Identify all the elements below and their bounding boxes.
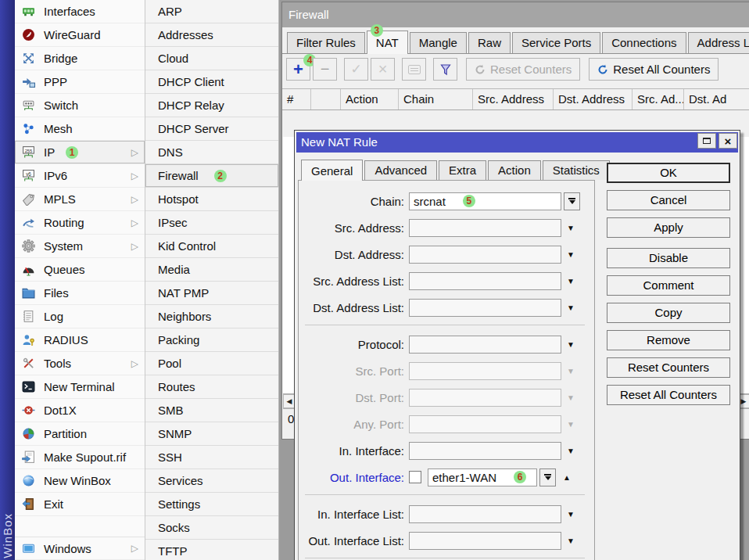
menu-item[interactable]: Make Supout.rif: [15, 446, 145, 469]
submenu-item[interactable]: SSH: [145, 446, 278, 469]
add-button[interactable]: + 4: [286, 58, 310, 81]
column-header[interactable]: Chain: [399, 89, 473, 109]
field-input[interactable]: [409, 442, 561, 460]
menu-item[interactable]: 255 IP 1 ▷: [15, 141, 145, 164]
menu-item[interactable]: Partition: [15, 422, 145, 446]
menu-item[interactable]: PPP: [15, 70, 145, 94]
dialog-tab[interactable]: Extra: [439, 160, 486, 180]
menu-item[interactable]: System ▷: [15, 235, 145, 258]
submenu-item[interactable]: Addresses: [145, 23, 278, 47]
column-header[interactable]: #: [282, 89, 311, 109]
enable-button[interactable]: ✓: [344, 58, 368, 81]
firewall-tab[interactable]: Address Lists: [688, 32, 749, 53]
dropdown-arrow-icon[interactable]: ▼: [567, 367, 575, 375]
firewall-tab[interactable]: Raw: [468, 32, 511, 53]
dialog-button[interactable]: OK: [607, 163, 730, 183]
submenu-item[interactable]: TFTP: [145, 540, 278, 560]
dialog-titlebar[interactable]: New NAT Rule: [296, 132, 738, 153]
submenu-item[interactable]: SMB: [145, 399, 278, 422]
dropdown-button[interactable]: [539, 468, 556, 486]
menu-item[interactable]: MPLS ▷: [15, 188, 145, 211]
menu-item[interactable]: Bridge: [15, 47, 145, 70]
submenu-item[interactable]: Services: [145, 469, 278, 493]
submenu-item[interactable]: NAT PMP: [145, 282, 278, 305]
menu-item[interactable]: Interfaces: [15, 0, 145, 23]
dropdown-button[interactable]: [564, 192, 580, 210]
dialog-button[interactable]: Apply: [607, 217, 730, 238]
field-input[interactable]: [409, 336, 561, 354]
submenu-item[interactable]: Packing: [145, 328, 278, 352]
submenu-item[interactable]: Kid Control: [145, 235, 278, 258]
menu-item[interactable]: Windows ▷: [15, 537, 145, 560]
submenu-item[interactable]: ARP: [145, 0, 278, 23]
submenu-item[interactable]: Hotspot: [145, 188, 278, 211]
firewall-tab[interactable]: Filter Rules: [287, 32, 365, 53]
submenu-item[interactable]: Firewall 2: [145, 164, 278, 188]
menu-item[interactable]: Dot1X: [15, 399, 145, 422]
field-input[interactable]: [409, 246, 561, 264]
reset-counters-button[interactable]: Reset Counters: [466, 58, 580, 81]
submenu-item[interactable]: DHCP Relay: [145, 94, 278, 117]
dropdown-arrow-icon[interactable]: ▼: [567, 393, 575, 402]
dropdown-arrow-icon[interactable]: ▼: [567, 224, 575, 232]
dialog-button[interactable]: Disable: [607, 248, 730, 268]
field-input[interactable]: [409, 505, 561, 523]
field-input[interactable]: [409, 415, 561, 433]
field-input[interactable]: [409, 299, 561, 317]
firewall-tab[interactable]: Mangle: [410, 32, 467, 53]
enable-checkbox[interactable]: [409, 471, 421, 483]
field-input[interactable]: ether1-WAN 6: [428, 468, 537, 486]
menu-item[interactable]: Exit: [15, 493, 145, 516]
menu-item[interactable]: Queues: [15, 258, 145, 282]
menu-item[interactable]: RADIUS: [15, 328, 145, 352]
firewall-tab[interactable]: Service Ports: [512, 32, 600, 53]
dialog-button[interactable]: Reset All Counters: [607, 385, 730, 405]
remove-button[interactable]: −: [313, 58, 337, 81]
dropdown-arrow-icon[interactable]: ▼: [567, 303, 575, 312]
submenu-item[interactable]: Neighbors: [145, 305, 278, 328]
submenu-item[interactable]: Media: [145, 258, 278, 282]
dialog-tab[interactable]: Action: [488, 160, 541, 180]
dialog-button[interactable]: Comment: [607, 275, 730, 296]
column-header[interactable]: Src. Ad...: [633, 89, 684, 109]
disable-button[interactable]: ×: [371, 58, 395, 81]
dialog-button[interactable]: Reset Counters: [607, 357, 730, 378]
submenu-item[interactable]: DHCP Client: [145, 70, 278, 94]
submenu-item[interactable]: SNMP: [145, 422, 278, 446]
dropdown-arrow-icon[interactable]: ▼: [567, 277, 575, 285]
field-input[interactable]: srcnat 5: [409, 192, 561, 210]
firewall-titlebar[interactable]: Firewall: [282, 2, 749, 27]
close-button[interactable]: ×: [719, 133, 737, 149]
dropdown-arrow-icon[interactable]: ▼: [567, 447, 575, 455]
menu-item[interactable]: Mesh: [15, 117, 145, 141]
filter-button[interactable]: [433, 58, 457, 81]
submenu-item[interactable]: Pool: [145, 352, 278, 375]
submenu-item[interactable]: Socks: [145, 516, 278, 540]
firewall-tab[interactable]: 3 NAT: [367, 31, 408, 54]
menu-item[interactable]: WireGuard: [15, 23, 145, 47]
field-input[interactable]: [409, 532, 561, 550]
dialog-button[interactable]: Cancel: [607, 190, 730, 210]
submenu-item[interactable]: Settings: [145, 493, 278, 516]
dropdown-arrow-icon[interactable]: ▼: [567, 510, 575, 519]
menu-item[interactable]: New WinBox: [15, 469, 145, 493]
dropdown-arrow-icon[interactable]: ▼: [567, 250, 575, 259]
reset-all-counters-button[interactable]: Reset All Counters: [589, 58, 719, 81]
dialog-tab[interactable]: Advanced: [364, 160, 437, 180]
dropdown-arrow-icon[interactable]: ▼: [567, 340, 575, 349]
menu-item[interactable]: New Terminal: [15, 375, 145, 399]
dropdown-arrow-icon[interactable]: ▼: [567, 537, 575, 545]
maximize-button[interactable]: [697, 133, 716, 149]
firewall-tab[interactable]: Connections: [602, 32, 686, 53]
menu-item[interactable]: Files: [15, 282, 145, 305]
field-input[interactable]: [409, 219, 561, 237]
menu-item[interactable]: Log: [15, 305, 145, 328]
column-header[interactable]: Src. Address: [473, 89, 554, 109]
dialog-button[interactable]: Remove: [607, 330, 730, 350]
submenu-item[interactable]: Routes: [145, 375, 278, 399]
column-header[interactable]: [311, 89, 341, 109]
submenu-item[interactable]: DHCP Server: [145, 117, 278, 141]
field-input[interactable]: [409, 272, 561, 290]
dialog-tab[interactable]: Statistics: [543, 160, 610, 180]
field-input[interactable]: [409, 389, 561, 407]
